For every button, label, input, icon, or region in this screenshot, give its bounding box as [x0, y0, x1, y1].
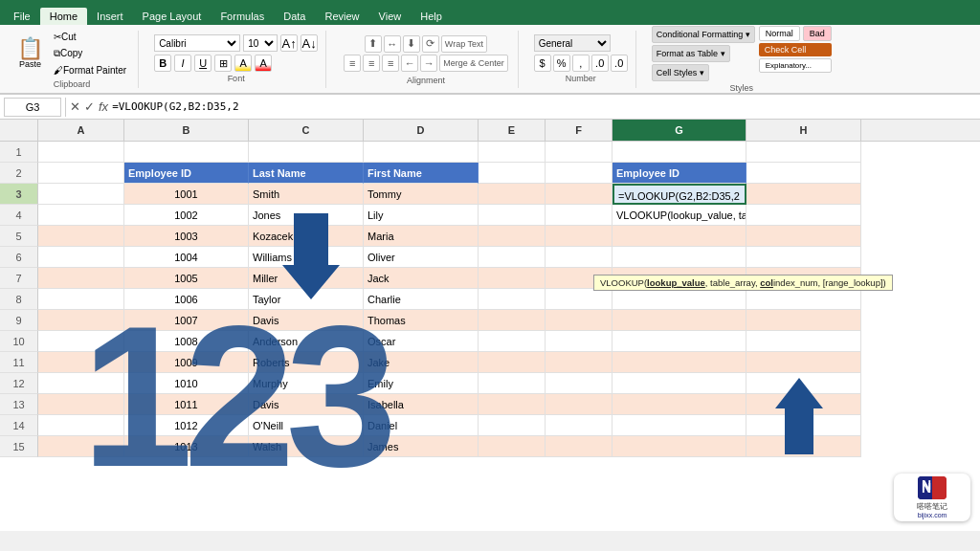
cell-g15[interactable]	[612, 436, 746, 457]
percent-button[interactable]: %	[553, 55, 570, 72]
cell-h5[interactable]	[746, 226, 861, 247]
cell-a13[interactable]	[38, 394, 124, 415]
cell-h11[interactable]	[746, 352, 861, 373]
cell-b1[interactable]	[124, 142, 249, 163]
font-size-select[interactable]: 10	[243, 34, 278, 52]
cell-g6[interactable]	[612, 247, 746, 268]
cell-f13[interactable]	[546, 394, 612, 415]
cell-reference-input[interactable]	[4, 98, 61, 117]
currency-button[interactable]: $	[534, 55, 551, 72]
cell-c9[interactable]: Davis	[249, 310, 364, 331]
conditional-formatting-button[interactable]: Conditional Formatting ▾	[652, 26, 755, 43]
cell-g11[interactable]	[612, 352, 746, 373]
cell-g8[interactable]	[612, 289, 746, 310]
format-painter-button[interactable]: 🖌 Format Painter	[50, 63, 130, 77]
cell-b2[interactable]: Employee ID	[124, 163, 249, 184]
cell-f3[interactable]	[546, 184, 612, 205]
cell-a11[interactable]	[38, 352, 124, 373]
cell-g1[interactable]	[612, 142, 746, 163]
cell-d14[interactable]: Daniel	[364, 415, 479, 436]
cell-e4[interactable]	[479, 205, 546, 226]
cell-g13[interactable]	[612, 394, 746, 415]
cell-a7[interactable]	[38, 268, 124, 289]
cell-d3[interactable]: Tommy	[364, 184, 479, 205]
italic-button[interactable]: I	[174, 55, 191, 72]
cell-e8[interactable]	[479, 289, 546, 310]
cell-e2[interactable]	[479, 163, 546, 184]
cell-e9[interactable]	[479, 310, 546, 331]
cell-e12[interactable]	[479, 373, 546, 394]
cell-e15[interactable]	[479, 436, 546, 457]
cell-f5[interactable]	[546, 226, 612, 247]
col-header-c[interactable]: C	[249, 120, 364, 141]
decrease-font-button[interactable]: A↓	[301, 34, 318, 52]
cell-c10[interactable]: Anderson	[249, 331, 364, 352]
underline-button[interactable]: U	[194, 55, 212, 72]
cell-b10[interactable]: 1008	[124, 331, 249, 352]
cell-h4[interactable]	[746, 205, 861, 226]
cell-f4[interactable]	[546, 205, 612, 226]
cell-e13[interactable]	[479, 394, 546, 415]
cell-e10[interactable]	[479, 331, 546, 352]
number-format-select[interactable]: General	[534, 34, 611, 52]
cell-h9[interactable]	[746, 310, 861, 331]
bad-style[interactable]: Bad	[803, 26, 832, 41]
cell-c15[interactable]: Walsh	[249, 436, 364, 457]
increase-font-button[interactable]: A↑	[280, 34, 298, 52]
cell-b6[interactable]: 1004	[124, 247, 249, 268]
cell-f15[interactable]	[546, 436, 612, 457]
cell-a10[interactable]	[38, 331, 124, 352]
tab-help[interactable]: Help	[411, 8, 452, 25]
wrap-text-button[interactable]: Wrap Text	[441, 35, 487, 53]
cell-f9[interactable]	[546, 310, 612, 331]
cell-b13[interactable]: 1011	[124, 394, 249, 415]
cell-d4[interactable]: Lily	[364, 205, 479, 226]
cell-h2[interactable]	[746, 163, 861, 184]
cell-f7[interactable]	[546, 268, 612, 289]
copy-button[interactable]: ⧉ Copy	[50, 46, 130, 61]
align-center-button[interactable]: ≡	[363, 55, 380, 72]
indent-increase-button[interactable]: →	[420, 55, 437, 72]
cell-a12[interactable]	[38, 373, 124, 394]
confirm-formula-icon[interactable]: ✓	[84, 99, 95, 114]
align-bottom-button[interactable]: ⬇	[403, 35, 420, 53]
tab-page-layout[interactable]: Page Layout	[133, 8, 212, 25]
cancel-formula-icon[interactable]: ✕	[70, 99, 80, 114]
cell-d2[interactable]: First Name	[364, 163, 479, 184]
cell-c3[interactable]: Smith	[249, 184, 364, 205]
cell-d7[interactable]: Jack	[364, 268, 479, 289]
insert-function-icon[interactable]: fx	[99, 99, 108, 114]
cell-d13[interactable]: Isabella	[364, 394, 479, 415]
cell-d6[interactable]: Oliver	[364, 247, 479, 268]
cell-e14[interactable]	[479, 415, 546, 436]
cell-g7[interactable]	[612, 268, 746, 289]
cell-g10[interactable]	[612, 331, 746, 352]
cell-f14[interactable]	[546, 415, 612, 436]
cell-a8[interactable]	[38, 289, 124, 310]
check-cell-style[interactable]: Check Cell	[759, 43, 832, 56]
cell-f6[interactable]	[546, 247, 612, 268]
cell-c11[interactable]: Roberts	[249, 352, 364, 373]
tab-formulas[interactable]: Formulas	[211, 8, 274, 25]
cell-a3[interactable]	[38, 184, 124, 205]
cell-b9[interactable]: 1007	[124, 310, 249, 331]
decrease-decimal-button[interactable]: .0	[611, 55, 628, 72]
cell-f8[interactable]	[546, 289, 612, 310]
col-header-b[interactable]: B	[124, 120, 249, 141]
cell-d5[interactable]: Maria	[364, 226, 479, 247]
col-header-d[interactable]: D	[364, 120, 479, 141]
cell-c2[interactable]: Last Name	[249, 163, 364, 184]
col-header-g[interactable]: G	[612, 120, 746, 141]
normal-style[interactable]: Normal	[759, 26, 800, 41]
cell-e1[interactable]	[479, 142, 546, 163]
cell-a4[interactable]	[38, 205, 124, 226]
cell-f1[interactable]	[546, 142, 612, 163]
cell-d11[interactable]: Jake	[364, 352, 479, 373]
cell-g9[interactable]	[612, 310, 746, 331]
cell-d8[interactable]: Charlie	[364, 289, 479, 310]
merge-center-button[interactable]: Merge & Center	[439, 55, 508, 72]
formula-input[interactable]	[112, 98, 976, 117]
cut-button[interactable]: ✂ Cut	[50, 30, 130, 44]
cell-h3[interactable]	[746, 184, 861, 205]
align-right-button[interactable]: ≡	[382, 55, 399, 72]
